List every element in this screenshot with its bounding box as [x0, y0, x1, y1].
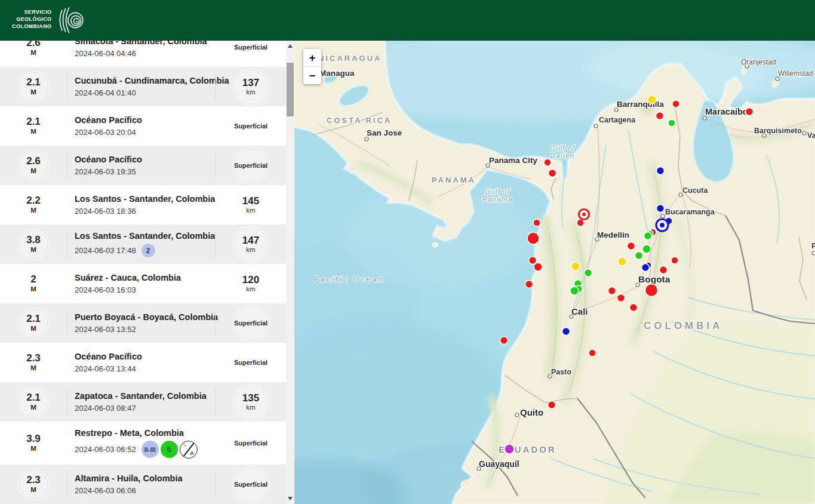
quake-marker-red[interactable] [500, 337, 508, 345]
main-content: 2.6 M Simacota - Santander, Colombia 202… [0, 41, 815, 504]
quake-marker-ring-red[interactable] [579, 210, 589, 220]
quake-marker-red[interactable] [746, 108, 754, 116]
magnitude-value: 2.1 [26, 116, 41, 128]
magnitude-circle: 3.8 M [19, 230, 48, 259]
map-label: Va [807, 131, 815, 140]
map-label: Pacific Ocean [313, 275, 385, 284]
quake-marker-red[interactable] [671, 257, 678, 264]
quake-marker-green[interactable] [644, 232, 652, 240]
magnitude-unit: M [30, 325, 36, 333]
magnitude-unit: M [30, 486, 36, 494]
quake-marker-red[interactable] [617, 294, 625, 302]
event-info: Restrepo - Meta, Colombia 2024-06-03 06:… [67, 428, 215, 459]
quake-marker-red[interactable] [630, 304, 638, 312]
earthquake-list-item[interactable]: 3.8 M Los Santos - Santander, Colombia 2… [0, 225, 286, 264]
quake-marker-red[interactable] [548, 401, 556, 409]
event-location: Restrepo - Meta, Colombia [75, 428, 215, 438]
map-label: Gulf of [485, 188, 510, 196]
quake-marker-blue[interactable] [642, 264, 650, 272]
quake-marker-yellow[interactable] [571, 262, 580, 271]
magnitude-circle: 2.1 M [19, 112, 48, 141]
zoom-out-button[interactable]: − [303, 67, 321, 84]
quake-marker-yellow[interactable] [648, 96, 656, 104]
earthquake-list-item[interactable]: 2.6 M Simacota - Santander, Colombia 202… [0, 41, 286, 67]
quake-marker-red[interactable] [672, 100, 679, 107]
map-label: Medellin [597, 231, 629, 239]
quake-marker-green[interactable] [642, 245, 651, 253]
quake-marker-red[interactable] [589, 349, 596, 357]
quake-marker-red[interactable] [549, 170, 556, 177]
scroll-up-arrow[interactable] [286, 42, 294, 50]
event-location: Océano Pacífico [75, 115, 215, 125]
intensity-badge: II-III [142, 441, 159, 458]
depth-circle: Superficial [233, 426, 269, 461]
quake-marker-red[interactable] [544, 159, 551, 166]
quake-marker-red[interactable] [527, 232, 539, 244]
event-info: Zapatoca - Santander, Colombia 2024-06-0… [67, 391, 215, 413]
quake-marker-red[interactable] [533, 219, 540, 226]
earthquake-list-item[interactable]: 2.1 M Zapatoca - Santander, Colombia 202… [0, 382, 286, 422]
depth-column: Superficial [216, 306, 286, 341]
depth-circle: Superficial [233, 41, 269, 65]
earthquake-list-item[interactable]: 2.1 M Puerto Boyacá - Boyacá, Colombia 2… [0, 303, 286, 343]
quake-marker-red[interactable] [656, 112, 664, 120]
depth-circle: Superficial [233, 467, 269, 502]
earthquake-list-item[interactable]: 2.3 M Océano Pacífico 2024-06-03 13:44 S… [0, 343, 286, 382]
earthquake-list-item[interactable]: 2.6 M Océano Pacífico 2024-06-03 19:35 S… [0, 146, 286, 185]
quake-marker-ring-blue[interactable] [656, 219, 668, 231]
quake-marker-green[interactable] [570, 287, 579, 295]
earthquake-list-item[interactable]: 2.3 M Altamira - Huila, Colombia 2024-06… [0, 465, 286, 504]
quake-marker-red[interactable] [529, 257, 537, 265]
quake-marker-red[interactable] [525, 281, 533, 288]
zoom-in-button[interactable]: + [303, 49, 321, 66]
quake-marker-red[interactable] [608, 287, 616, 295]
list-scrollbar[interactable] [286, 41, 294, 504]
earthquake-list-item[interactable]: 3.9 M Restrepo - Meta, Colombia 2024-06-… [0, 422, 286, 465]
depth-unit: km [246, 285, 255, 293]
earthquake-list-item[interactable]: 2.1 M Cucunubá - Cundinamarca, Colombia … [0, 67, 286, 106]
magnitude-column: 3.8 M [0, 230, 67, 259]
scrollbar-thumb[interactable] [287, 63, 294, 116]
earthquake-list-item[interactable]: 2.1 M Océano Pacífico 2024-06-03 20:04 S… [0, 106, 286, 146]
depth-circle: Superficial [233, 345, 269, 380]
map-label: PANAMA [432, 176, 476, 185]
sgc-logo: SERVICIO GEOLÓGICO COLOMBIANO [12, 5, 85, 35]
magnitude-circle: 2.2 M [19, 190, 48, 220]
earthquake-list-item[interactable]: 2 M Suárez - Cauca, Colombia 2024-06-03 … [0, 264, 286, 303]
magnitude-unit: M [30, 285, 36, 293]
map-label: Cucuta [682, 186, 708, 195]
depth-column: Superficial [216, 109, 286, 144]
magnitude-column: 2.6 M [0, 151, 67, 180]
map-label: Gulf of [550, 144, 576, 152]
earthquake-list-item[interactable]: 2.2 M Los Santos - Santander, Colombia 2… [0, 185, 286, 225]
quake-marker-green[interactable] [668, 119, 675, 127]
quake-marker-yellow[interactable] [618, 257, 626, 266]
depth-label: Superficial [234, 440, 267, 447]
quake-marker-green[interactable] [585, 269, 592, 277]
event-badges: 2 [142, 244, 155, 257]
magnitude-circle: 3.9 M [19, 429, 48, 458]
quake-marker-red[interactable] [645, 284, 658, 297]
event-datetime: 2024-06-03 06:06 [75, 486, 136, 495]
magnitude-column: 2.1 M [0, 112, 67, 141]
map-label: P [811, 242, 815, 250]
city-dot [594, 124, 598, 128]
quake-marker-red[interactable] [534, 263, 542, 271]
quake-marker-red[interactable] [660, 266, 668, 274]
quake-marker-purple[interactable] [505, 444, 514, 454]
quake-marker-green[interactable] [635, 252, 643, 260]
magnitude-column: 2.1 M [0, 388, 67, 417]
quake-marker-blue[interactable] [562, 328, 570, 336]
quake-marker-blue[interactable] [657, 167, 665, 175]
event-info: Los Santos - Santander, Colombia 2024-06… [67, 194, 215, 216]
quake-marker-red[interactable] [628, 242, 635, 250]
map-panel[interactable]: + − [294, 41, 815, 504]
scroll-down-arrow[interactable] [286, 494, 294, 503]
quake-marker-blue[interactable] [657, 205, 665, 213]
depth-column: Superficial [216, 345, 286, 380]
map-label: Maracaibo [705, 107, 748, 116]
event-datetime: 2024-06-03 17:48 [75, 246, 136, 255]
map-label: Willemstad [778, 69, 813, 78]
map-label: Cali [571, 306, 588, 316]
map-canvas[interactable]: NICARAGUAManaguaCOSTA RICASan JosePANAMA… [294, 41, 815, 504]
